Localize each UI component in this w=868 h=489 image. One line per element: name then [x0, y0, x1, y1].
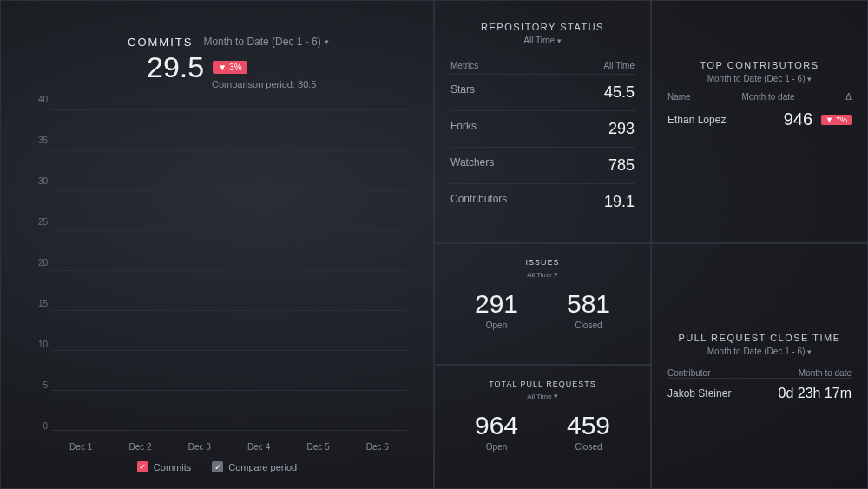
- x-tick: Dec 3: [188, 442, 211, 452]
- pr-time-value: 0d 23h 17m: [778, 386, 852, 401]
- chevron-down-icon: ▾: [807, 75, 812, 83]
- issues-closed-label: Closed: [567, 320, 610, 330]
- commits-title: COMMITS: [128, 36, 193, 49]
- issues-period-label: All Time: [527, 271, 551, 279]
- arrow-down-icon: ▼: [825, 116, 833, 124]
- metric-value: 45.5: [604, 83, 635, 102]
- col-value: Month to date: [741, 92, 794, 102]
- pulls-open-value: 964: [475, 411, 518, 440]
- y-tick: 25: [23, 217, 48, 227]
- chevron-down-icon: ▾: [554, 270, 558, 279]
- legend-item-compare[interactable]: ✓ Compare period: [212, 461, 297, 472]
- pulls-period-label: All Time: [527, 393, 551, 400]
- col-name: Name: [667, 92, 691, 102]
- y-tick: 40: [23, 95, 48, 104]
- checkbox-icon: ✓: [137, 461, 148, 472]
- pulls-open-label: Open: [475, 442, 518, 452]
- top-contrib-rows: Ethan Lopez946▼ 7%: [667, 102, 852, 136]
- x-tick: Dec 1: [69, 442, 92, 452]
- y-tick: 30: [23, 176, 48, 186]
- legend-item-commits[interactable]: ✓ Commits: [137, 461, 191, 472]
- metric-label: Forks: [450, 120, 477, 138]
- issues-period-select[interactable]: All Time ▾: [450, 270, 635, 279]
- y-tick: 35: [23, 135, 48, 145]
- bars-container: [51, 95, 407, 431]
- col-value: All Time: [603, 61, 635, 70]
- chevron-down-icon: ▾: [325, 37, 329, 46]
- issues-panel: ISSUES All Time ▾ 291 Open 581 Closed: [434, 243, 651, 365]
- repo-metrics-header: Metrics All Time: [450, 61, 635, 74]
- pulls-stats: 964 Open 459 Closed: [450, 411, 635, 452]
- repository-status-panel: REPOSITORY STATUS All Time ▾ Metrics All…: [434, 0, 651, 243]
- issues-open: 291 Open: [475, 289, 518, 330]
- top-contrib-title: TOP CONTRIBUTORS: [667, 60, 852, 70]
- x-tick: Dec 4: [247, 442, 270, 452]
- pulls-closed: 459 Closed: [567, 411, 610, 452]
- commits-period-label: Month to Date (Dec 1 - 6): [203, 36, 320, 48]
- metric-row: Contributors19.1: [450, 183, 635, 220]
- pr-time-title: PULL REQUEST CLOSE TIME: [667, 333, 852, 343]
- pulls-closed-label: Closed: [567, 442, 610, 452]
- metric-row: Watchers785: [450, 147, 635, 183]
- commits-chart: 4035302520151050 Dec 1Dec 2Dec 3Dec 4Dec…: [16, 95, 418, 478]
- legend-commits-label: Commits: [154, 462, 191, 472]
- pulls-title: TOTAL PULL REQUESTS: [450, 380, 635, 388]
- col-value: Month to date: [799, 368, 852, 378]
- col-metrics: Metrics: [450, 61, 478, 70]
- commits-header: COMMITS Month to Date (Dec 1 - 6) ▾: [16, 11, 418, 49]
- top-contrib-period-select[interactable]: Month to Date (Dec 1 - 6) ▾: [667, 74, 852, 83]
- repo-metrics-rows: Stars45.5Forks293Watchers785Contributors…: [450, 74, 635, 220]
- legend-compare-label: Compare period: [228, 462, 297, 472]
- pr-time-rows: Jakob Steiner0d 23h 17m: [667, 378, 852, 408]
- metric-label: Stars: [450, 83, 475, 102]
- pr-time-period-label: Month to Date (Dec 1 - 6): [707, 347, 806, 356]
- pr-time-header: Contributor Month to date: [667, 368, 852, 378]
- y-tick: 15: [23, 299, 48, 308]
- pulls-closed-value: 459: [567, 411, 610, 440]
- chevron-down-icon: ▾: [557, 36, 562, 45]
- chart-legend: ✓ Commits ✓ Compare period: [16, 461, 418, 472]
- col-contributor: Contributor: [667, 368, 710, 378]
- issues-closed: 581 Closed: [567, 289, 610, 330]
- contributor-name: Ethan Lopez: [667, 114, 784, 126]
- issues-closed-value: 581: [567, 289, 610, 319]
- x-tick: Dec 6: [366, 442, 389, 452]
- contributor-row: Ethan Lopez946▼ 7%: [667, 102, 852, 136]
- arrow-down-icon: ▼: [218, 63, 227, 72]
- x-tick: Dec 5: [306, 442, 329, 452]
- commits-delta-value: 3%: [229, 63, 241, 72]
- pull-requests-panel: TOTAL PULL REQUESTS All Time ▾ 964 Open …: [434, 365, 651, 489]
- issues-open-label: Open: [475, 320, 518, 330]
- commits-panel: COMMITS Month to Date (Dec 1 - 6) ▾ 29.5…: [0, 0, 434, 489]
- repo-status-period-label: All Time: [523, 36, 555, 45]
- contributor-delta-badge: ▼ 7%: [821, 115, 852, 125]
- x-tick: Dec 2: [128, 442, 151, 452]
- y-tick: 10: [23, 340, 48, 349]
- repo-status-period-select[interactable]: All Time ▾: [450, 36, 635, 45]
- y-axis: 4035302520151050: [23, 95, 48, 431]
- pr-time-row: Jakob Steiner0d 23h 17m: [667, 378, 852, 408]
- y-tick: 5: [23, 380, 48, 390]
- pr-close-time-panel: PULL REQUEST CLOSE TIME Month to Date (D…: [651, 243, 868, 489]
- repo-status-title: REPOSITORY STATUS: [450, 22, 635, 32]
- metric-value: 785: [608, 156, 635, 175]
- pulls-open: 964 Open: [475, 411, 518, 452]
- pulls-period-select[interactable]: All Time ▾: [450, 392, 635, 400]
- y-tick: 0: [23, 421, 48, 431]
- top-contrib-period-label: Month to Date (Dec 1 - 6): [707, 74, 806, 83]
- issues-stats: 291 Open 581 Closed: [450, 289, 635, 330]
- pr-time-name: Jakob Steiner: [667, 387, 731, 400]
- issues-title: ISSUES: [450, 258, 635, 267]
- commits-comparison-label: Comparison period: 30.5: [16, 79, 418, 89]
- metric-value: 19.1: [604, 193, 635, 211]
- metric-label: Watchers: [450, 156, 494, 175]
- chevron-down-icon: ▾: [807, 347, 812, 356]
- col-delta: Δ: [845, 92, 852, 102]
- y-tick: 20: [23, 258, 48, 268]
- commits-period-select[interactable]: Month to Date (Dec 1 - 6) ▾: [203, 36, 328, 48]
- x-axis: Dec 1Dec 2Dec 3Dec 4Dec 5Dec 6: [51, 442, 407, 452]
- pr-time-period-select[interactable]: Month to Date (Dec 1 - 6) ▾: [667, 347, 852, 356]
- issues-open-value: 291: [475, 289, 518, 319]
- metric-label: Contributors: [450, 193, 507, 211]
- commits-delta-badge: ▼ 3%: [213, 61, 247, 74]
